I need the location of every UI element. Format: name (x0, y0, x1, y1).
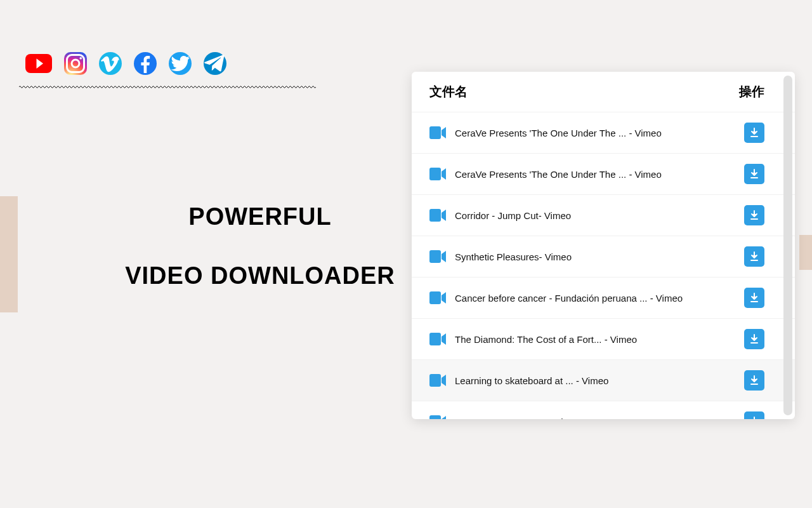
telegram-icon (204, 52, 226, 75)
svg-rect-7 (429, 209, 441, 222)
video-icon (429, 167, 446, 181)
list-item[interactable]: Synthetic Pleasures- Vimeo (412, 236, 795, 277)
download-button[interactable] (744, 164, 764, 184)
item-title: Cancer before cancer - Fundación peruana… (455, 293, 738, 304)
headline-block: POWERFUL VIDEO DOWNLOADER (114, 203, 406, 290)
svg-rect-17 (429, 415, 441, 419)
svg-rect-16 (750, 384, 758, 385)
headline-line-1: POWERFUL (114, 203, 406, 231)
decorative-bar-left (0, 196, 18, 312)
svg-rect-5 (429, 168, 441, 180)
download-button[interactable] (744, 411, 764, 419)
video-icon (429, 291, 446, 305)
vimeo-icon (99, 52, 122, 75)
download-button[interactable] (744, 288, 764, 308)
download-button[interactable] (744, 329, 764, 349)
video-icon (429, 250, 446, 264)
video-icon (429, 332, 446, 346)
item-title: Synthetic Pleasures- Vimeo (455, 251, 738, 262)
svg-rect-4 (750, 136, 758, 137)
youtube-icon (25, 54, 52, 73)
video-icon (429, 208, 446, 222)
svg-rect-13 (429, 333, 441, 345)
download-list-panel: 文件名 操作 CeraVe Presents 'The One Under Th… (412, 72, 795, 419)
svg-rect-12 (750, 301, 758, 302)
facebook-icon (134, 52, 157, 75)
svg-rect-15 (429, 374, 441, 387)
svg-rect-6 (750, 177, 758, 178)
panel-header: 文件名 操作 (412, 72, 795, 112)
divider-wavy-line (19, 80, 316, 84)
svg-point-1 (72, 60, 79, 67)
twitter-icon (169, 52, 192, 75)
video-icon (429, 373, 446, 387)
list-item[interactable]: CeraVe Presents 'The One Under The ... -… (412, 154, 795, 195)
svg-rect-8 (750, 218, 758, 220)
scrollbar[interactable] (783, 76, 792, 415)
item-title: Corridor - Jump Cut- Vimeo (455, 210, 738, 221)
download-button[interactable] (744, 370, 764, 391)
svg-rect-3 (429, 126, 441, 139)
item-title: CeraVe Presents 'The One Under The ... -… (455, 169, 738, 180)
svg-rect-10 (750, 260, 758, 261)
headline-line-2: VIDEO DOWNLOADER (114, 262, 406, 290)
panel-body: CeraVe Presents 'The One Under The ... -… (412, 112, 795, 419)
item-title: Learning to skateboard at ... - Vimeo (455, 375, 738, 386)
list-item[interactable]: Cancer before cancer - Fundación peruana… (412, 277, 795, 319)
list-item[interactable]: Corridor - Jump Cut- Vimeo (412, 195, 795, 236)
decorative-bar-right (799, 235, 812, 270)
list-item[interactable]: MOLDING MADNESS- Vimeo (412, 401, 795, 419)
video-icon (429, 126, 446, 140)
item-title: MOLDING MADNESS- Vimeo (455, 417, 738, 420)
svg-point-2 (79, 57, 82, 60)
list-item[interactable]: CeraVe Presents 'The One Under The ... -… (412, 112, 795, 154)
svg-rect-14 (750, 342, 758, 344)
column-header-filename: 文件名 (429, 83, 468, 100)
item-title: CeraVe Presents 'The One Under The ... -… (455, 128, 738, 138)
download-button[interactable] (744, 123, 764, 143)
video-icon (429, 415, 446, 419)
svg-rect-9 (429, 250, 441, 263)
instagram-icon (64, 52, 87, 75)
item-title: The Diamond: The Cost of a Fort... - Vim… (455, 334, 738, 345)
svg-rect-11 (429, 291, 441, 304)
column-header-action: 操作 (739, 83, 764, 100)
list-item[interactable]: The Diamond: The Cost of a Fort... - Vim… (412, 319, 795, 360)
social-icon-row (25, 52, 226, 75)
download-button[interactable] (744, 205, 764, 225)
download-button[interactable] (744, 246, 764, 267)
list-item[interactable]: Learning to skateboard at ... - Vimeo (412, 360, 795, 401)
